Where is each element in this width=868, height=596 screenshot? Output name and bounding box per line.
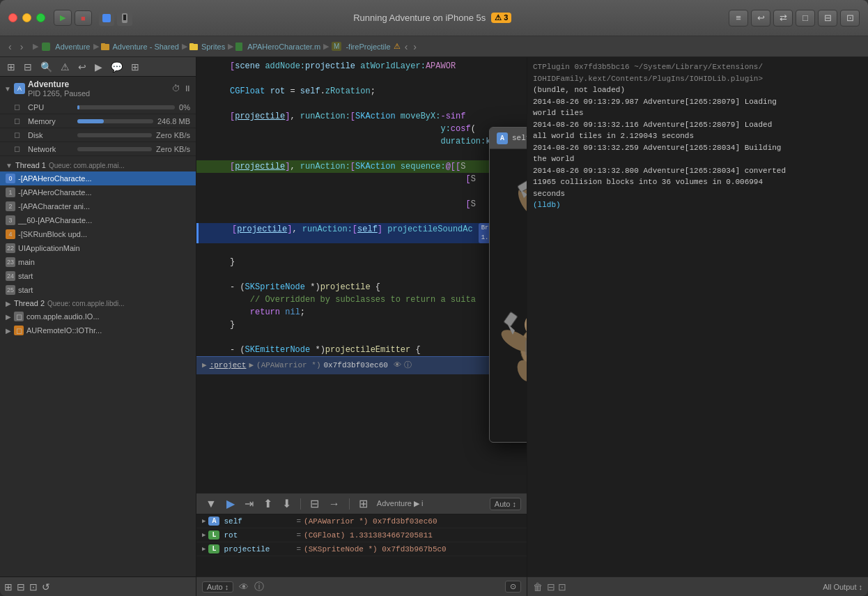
run-button[interactable]: ▶	[54, 10, 72, 26]
output-line-6: all world tiles in 2.129043 seconds	[533, 130, 862, 142]
thread1-group: ▼ Thread 1 Queue: com.apple.mai... 0 -[A…	[0, 159, 196, 297]
frame0-icon: 0	[6, 174, 15, 183]
minimize-button[interactable]	[22, 13, 31, 22]
debug-btn-grid2[interactable]: ⊞	[355, 496, 371, 512]
sidebar-btn-search[interactable]: 🔍	[38, 60, 55, 74]
sidebar-btn-grid[interactable]: ⊞	[128, 60, 142, 74]
frame24[interactable]: 24 start	[0, 269, 196, 283]
debug-scope-select[interactable]: Auto ↕	[490, 498, 521, 510]
bc-nav-forward[interactable]: ›	[412, 41, 418, 52]
sidebar-btn-undo[interactable]: ↩	[75, 60, 89, 74]
output-content[interactable]: CTPlugin 0x7fd3b5bc16 ~/System/Library/E…	[527, 57, 868, 576]
eye-icon[interactable]: 👁	[239, 581, 249, 593]
audio-thread[interactable]: ▶ ◻ com.apple.audio.IO...	[0, 310, 196, 323]
auto-scope-select[interactable]: Auto ↕	[202, 581, 233, 593]
code-text-c1: }	[230, 256, 235, 268]
var-popup-name[interactable]: :project	[210, 360, 247, 372]
debug-btn-panel[interactable]: ⊟	[307, 496, 323, 512]
breadcrumb-method[interactable]: -fireProjectile	[346, 43, 390, 51]
process-disclosure: ▼	[4, 85, 11, 93]
layout-btn2[interactable]: ⊟	[818, 10, 837, 26]
code-line-4: y:cosf(	[196, 123, 527, 135]
sidebar-bottom-btn3[interactable]: ⊡	[29, 581, 38, 593]
sidebar-bottom-btn1[interactable]: ⊞	[4, 581, 13, 593]
code-text-m1: - (SKSpriteNode *)projectile {	[230, 281, 380, 293]
code-text-ret: return nil;	[230, 306, 305, 319]
frame2-icon: 2	[6, 201, 15, 211]
frame23[interactable]: 23 main	[0, 255, 196, 269]
var-row-self[interactable]: ▶ A self = (APAWarrior *) 0x7fd3bf03ec60	[196, 514, 527, 528]
var-name-rot: rot	[224, 531, 293, 540]
thread1-header[interactable]: ▼ Thread 1 Queue: com.apple.mai...	[0, 159, 196, 171]
frame1[interactable]: 1 -[APAHeroCharacte...	[0, 185, 196, 199]
process-header[interactable]: ▼ A Adventure PID 1265, Paused ⏱ ⏸	[0, 77, 196, 100]
breadcrumb-shared[interactable]: Adventure - Shared	[113, 43, 179, 51]
audio-label: com.apple.audio.IO...	[26, 312, 100, 321]
bc-sep4: ▶	[323, 42, 329, 51]
var-row-projectile[interactable]: ▶ L projectile = (SKSpriteNode *) 0x7fd3…	[196, 542, 527, 556]
thread2-label: Thread 2	[14, 299, 45, 307]
sidebar-bottom-btn4[interactable]: ↺	[42, 581, 50, 593]
auremote-thread[interactable]: ▶ ◻ AURemoteIO::IOThr...	[0, 323, 196, 337]
traffic-lights	[8, 13, 45, 22]
bottom-scope-select[interactable]: ⊙	[505, 581, 521, 593]
thread2-queue: Queue: com.apple.libdi...	[47, 300, 125, 307]
nav-back[interactable]: ‹	[7, 41, 13, 52]
bc-nav-back[interactable]: ‹	[403, 41, 410, 52]
sidebar-btn-msg[interactable]: 💬	[108, 60, 125, 74]
debug-btn-play[interactable]: ▶	[223, 496, 238, 512]
frame22[interactable]: 22 UIApplicationMain	[0, 241, 196, 255]
auremote-label: AURemoteIO::IOThr...	[26, 326, 102, 335]
line-num-cm	[202, 293, 222, 306]
thread1-label: Thread 1	[15, 161, 46, 169]
var-popup-eye[interactable]: 👁	[394, 360, 401, 372]
code-line-2: CGFloat rot = self.zRotation;	[196, 85, 527, 98]
output-split-btn2[interactable]: ⊡	[558, 581, 566, 593]
layout-btn3[interactable]: ⊡	[840, 10, 860, 26]
bookmark-btn[interactable]: ↩	[751, 10, 770, 26]
debug-btn-step-out[interactable]: ⬇	[279, 496, 295, 512]
code-editor[interactable]: [scene addNode:projectile atWorldLayer:A…	[196, 57, 527, 493]
breadcrumb-file[interactable]: APAHeroCharacter.m	[247, 43, 320, 51]
line-num-b7	[202, 268, 222, 281]
frame3[interactable]: 3 __60-[APACharacte...	[0, 213, 196, 227]
var-eq-self: =	[296, 517, 301, 526]
frame25[interactable]: 25 start	[0, 283, 196, 297]
stop-button[interactable]: ■	[75, 10, 92, 26]
frame22-label: UIApplicationMain	[18, 244, 80, 252]
frame0[interactable]: 0 -[APAHeroCharacte...	[0, 171, 196, 185]
var-popup-info[interactable]: ⓘ	[404, 360, 412, 372]
info-icon[interactable]: ⓘ	[254, 581, 264, 593]
breadcrumb-sprites[interactable]: Sprites	[201, 43, 225, 51]
sidebar-bottom-btn2[interactable]: ⊟	[17, 581, 25, 593]
debug-btn-step-over[interactable]: ⇥	[241, 496, 257, 512]
debug-btn-down[interactable]: ▼	[202, 496, 220, 512]
sidebar-btn-1[interactable]: ⊞	[4, 60, 18, 74]
memory-icon: ◻	[14, 116, 24, 125]
line-num-1	[202, 60, 222, 72]
svg-rect-7	[189, 43, 194, 45]
frame4[interactable]: 4 -[SKRunBlock upd...	[0, 227, 196, 241]
debug-btn-share[interactable]: →	[325, 496, 343, 512]
navigator-toggle[interactable]: ≡	[729, 10, 748, 26]
close-button[interactable]	[8, 13, 17, 22]
scope-label: Auto ↕	[495, 500, 516, 508]
nav-forward[interactable]: ›	[19, 41, 25, 52]
sidebar-btn-warn[interactable]: ⚠	[58, 60, 72, 74]
frame2[interactable]: 2 -[APACharacter ani...	[0, 199, 196, 213]
output-split-btn1[interactable]: ⊟	[547, 581, 555, 593]
maximize-button[interactable]	[36, 13, 45, 22]
code-line-comment: // Overridden by subclasses to return a …	[196, 293, 527, 306]
thread2-header[interactable]: ▶ Thread 2 Queue: com.apple.libdi...	[0, 297, 196, 310]
layout-btn1[interactable]: □	[796, 10, 815, 26]
breadcrumb-adventure[interactable]: Adventure	[55, 43, 90, 51]
output-clear-btn[interactable]: 🗑	[533, 581, 543, 593]
swap-btn[interactable]: ⇄	[773, 10, 793, 26]
sidebar-btn-2[interactable]: ⊟	[21, 60, 35, 74]
code-line-method2: - (SKEmitterNode *)projectileEmitter {	[196, 344, 527, 356]
var-val-proj: (SKSpriteNode *) 0x7fd3b967b5c0	[304, 545, 447, 553]
folder-icon	[100, 42, 110, 52]
debug-btn-step-into[interactable]: ⬆	[260, 496, 276, 512]
var-row-rot[interactable]: ▶ L rot = (CGFloat) 1.3313834667205811	[196, 528, 527, 542]
sidebar-btn-play[interactable]: ▶	[92, 60, 105, 74]
